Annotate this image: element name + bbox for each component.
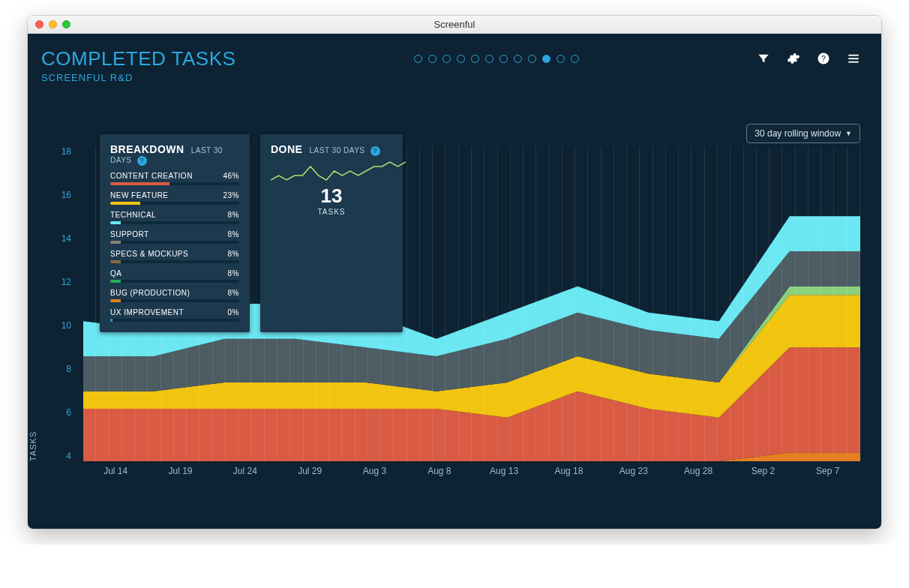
x-tick: Aug 13 [472,466,536,491]
breakdown-row: UX IMPROVEMENT0% [110,308,239,322]
page-indicator [236,47,757,63]
done-unit: TASKS [271,208,392,216]
svg-rect-2 [848,55,859,56]
breakdown-row-pct: 0% [228,308,239,316]
x-tick: Aug 8 [407,466,472,491]
page-dot[interactable] [414,55,422,63]
help-icon[interactable]: ? [137,156,147,166]
done-card: DONE LAST 30 DAYS ? 13 TASKS [260,134,403,332]
svg-text:?: ? [821,54,826,63]
page-dot[interactable] [428,55,436,63]
svg-rect-4 [848,62,859,63]
y-tick: 4 [66,451,71,461]
help-icon[interactable]: ? [370,146,380,156]
x-tick: Jul 14 [83,466,148,491]
gear-icon[interactable] [787,52,800,65]
help-icon[interactable]: ? [817,52,830,65]
x-axis: Jul 14Jul 19Jul 24Jul 29Aug 3Aug 8Aug 13… [83,466,860,491]
page-dot[interactable] [485,55,494,63]
x-tick: Jul 29 [278,466,342,491]
breakdown-title: BREAKDOWN [110,143,184,155]
rolling-window-selector[interactable]: 30 day rolling window ▼ [746,124,860,143]
breakdown-row-pct: 8% [228,250,239,258]
filter-icon[interactable] [757,52,770,65]
done-value: 13 [271,184,392,208]
breakdown-row: BUG (PRODUCTION)8% [110,289,239,302]
x-tick: Aug 3 [342,466,406,491]
x-tick: Sep 7 [796,466,860,491]
breakdown-row-pct: 8% [228,211,239,219]
y-tick: 14 [62,233,71,244]
breakdown-row-label: TECHNICAL [110,211,156,219]
breakdown-row: QA8% [110,269,239,283]
breakdown-row-label: QA [110,269,122,278]
breakdown-row-pct: 8% [228,230,239,238]
svg-rect-3 [848,58,859,59]
x-tick: Sep 2 [730,466,795,491]
page-dot[interactable] [514,55,522,63]
breakdown-row-pct: 23% [223,191,239,200]
page-title: COMPLETED TASKS [41,47,236,70]
y-tick: 18 [62,146,71,157]
page-dot[interactable] [442,55,451,63]
breakdown-row: SUPPORT8% [110,230,239,244]
y-tick: 16 [62,190,71,200]
breakdown-row: SPECS & MOCKUPS8% [110,250,239,263]
y-tick: 12 [62,277,71,287]
x-tick: Aug 23 [602,466,666,491]
breakdown-row: TECHNICAL8% [110,211,239,224]
x-tick: Jul 19 [148,466,212,491]
page-dot[interactable] [457,55,465,63]
toolbar: ? [757,47,860,65]
app-root: COMPLETED TASKS SCREENFUL R&D ? [28,34,881,529]
page-dot[interactable] [471,55,479,63]
page-dot[interactable] [556,55,565,63]
breakdown-row-pct: 8% [228,269,239,278]
titlebar: Screenful [28,16,881,34]
x-tick: Aug 28 [666,466,730,491]
breakdown-row-label: NEW FEATURE [110,191,169,200]
breakdown-row-label: SPECS & MOCKUPS [110,250,188,258]
mac-window: Screenful COMPLETED TASKS SCREENFUL R&D … [27,15,882,530]
page-dot[interactable] [571,55,579,63]
header: COMPLETED TASKS SCREENFUL R&D ? [41,47,860,83]
breakdown-row-pct: 8% [228,289,239,297]
page-dot[interactable] [528,55,536,63]
breakdown-row: CONTENT CREATION46% [110,172,239,185]
x-tick: Aug 18 [536,466,601,491]
done-title: DONE [271,143,302,155]
page-subtitle: SCREENFUL R&D [41,72,236,83]
breakdown-card: BREAKDOWN LAST 30 DAYS ? CONTENT CREATIO… [100,134,250,332]
hamburger-icon[interactable] [847,52,860,65]
y-axis-label: TASKS [28,431,38,461]
page-dot[interactable] [542,55,550,63]
x-tick: Jul 24 [213,466,278,491]
y-tick: 8 [66,364,71,374]
breakdown-row-pct: 46% [223,172,239,180]
window-title: Screenful [28,19,881,30]
breakdown-row: NEW FEATURE23% [110,191,239,205]
y-axis: 1816141210864 [41,146,79,461]
breakdown-row-label: BUG (PRODUCTION) [110,289,190,297]
breakdown-row-label: CONTENT CREATION [110,172,193,180]
breakdown-row-label: SUPPORT [110,230,149,238]
page-dot[interactable] [500,55,508,63]
done-subtitle: LAST 30 DAYS [310,146,365,154]
y-tick: 6 [66,407,71,418]
chevron-down-icon: ▼ [845,130,852,137]
y-tick: 10 [62,320,71,331]
overlay-cards: BREAKDOWN LAST 30 DAYS ? CONTENT CREATIO… [100,134,403,332]
rolling-window-label: 30 day rolling window [754,128,841,139]
breakdown-row-label: UX IMPROVEMENT [110,308,184,316]
done-sparkline [271,159,406,182]
